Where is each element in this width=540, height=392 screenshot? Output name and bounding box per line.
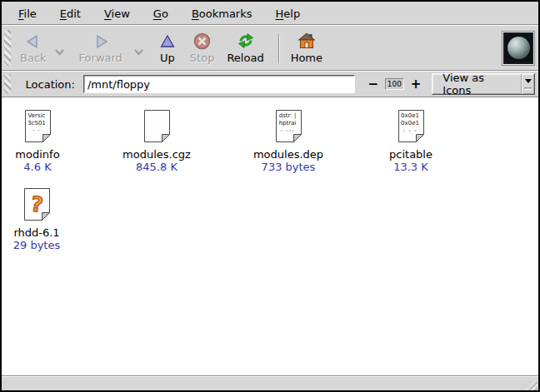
file-item-modules-cgz[interactable]: modules.cgz 845.8 K — [115, 109, 198, 173]
stop-button[interactable]: Stop — [187, 31, 218, 66]
menu-view[interactable]: View — [92, 4, 142, 22]
back-button[interactable]: Back — [17, 31, 50, 66]
throbber-sphere-icon — [508, 37, 530, 59]
menu-file[interactable]: File — [7, 4, 48, 22]
menu-go[interactable]: Go — [142, 4, 180, 22]
file-name: pcitable — [369, 148, 452, 161]
stop-label: Stop — [190, 52, 215, 64]
home-label: Home — [291, 52, 322, 64]
file-item-rhdd-6-1[interactable]: ? rhdd-6.1 29 bytes — [0, 187, 78, 251]
throbber — [503, 32, 533, 64]
toolbar-drag-handle[interactable] — [4, 30, 11, 65]
file-size: 4.6 K — [0, 161, 79, 173]
toolbar-separator — [278, 33, 280, 63]
forward-icon — [92, 32, 109, 51]
file-manager-window: { "colors": { "window_bg": "#d6d6d6", "s… — [0, 0, 540, 392]
zoom-out-button[interactable]: − — [366, 78, 380, 91]
back-label: Back — [20, 52, 47, 64]
view-mode-label: View as Icons — [432, 74, 521, 94]
back-history-chevron-icon[interactable] — [54, 46, 65, 58]
file-size: 845.8 K — [115, 161, 198, 173]
file-name: rhdd-6.1 — [0, 226, 78, 239]
zoom-level: 100 — [385, 78, 404, 90]
resize-grip[interactable] — [525, 379, 538, 391]
file-name: modules.dep — [247, 148, 330, 161]
file-size: 733 bytes — [247, 161, 330, 173]
up-label: Up — [160, 52, 175, 64]
file-size: 13.3 K — [369, 161, 452, 173]
file-item-modinfo[interactable]: Versic3c501· · modinfo 4.6 K — [0, 109, 79, 173]
menu-help[interactable]: Help — [264, 4, 312, 22]
stop-icon — [193, 32, 211, 51]
document-icon — [143, 109, 171, 143]
file-item-pcitable[interactable]: 0x0e10x0e1- - - pcitable 13.3 K — [369, 109, 452, 173]
up-button[interactable]: Up — [156, 31, 179, 66]
forward-history-chevron-icon[interactable] — [133, 46, 144, 58]
location-bar-drag-handle[interactable] — [4, 74, 11, 94]
status-bar — [2, 377, 538, 392]
reload-label: Reload — [227, 52, 263, 64]
file-name: modules.cgz — [115, 148, 198, 161]
forward-button[interactable]: Forward — [76, 31, 126, 66]
menu-edit[interactable]: Edit — [48, 4, 92, 22]
home-icon — [298, 32, 316, 51]
forward-label: Forward — [79, 52, 122, 64]
location-label: Location: — [26, 78, 75, 91]
file-name: modinfo — [0, 148, 79, 161]
location-input[interactable] — [83, 75, 355, 93]
question-mark-icon: ? — [21, 187, 52, 221]
zoom-in-button[interactable]: + — [409, 78, 423, 91]
file-icon-view: Versic3c501· · modinfo 4.6 K modules.cgz… — [2, 98, 538, 375]
location-bar: Location: − 100 + View as Icons — [2, 72, 538, 97]
file-item-modules-dep[interactable]: dstr: |hptrai- --- modules.dep 733 bytes — [247, 109, 330, 173]
view-mode-dropdown[interactable]: View as Icons — [432, 73, 535, 95]
menu-bookmarks[interactable]: Bookmarks — [180, 4, 264, 22]
back-icon — [25, 32, 42, 51]
menu-bar: File Edit View Go Bookmarks Help — [2, 2, 538, 24]
reload-button[interactable]: Reload — [223, 31, 267, 66]
reload-icon — [237, 32, 255, 51]
home-button[interactable]: Home — [288, 31, 326, 66]
toolbar: Back Forward Up Stop — [2, 26, 538, 70]
file-size: 29 bytes — [0, 239, 78, 251]
dropdown-arrow-icon — [521, 74, 534, 94]
up-icon — [159, 32, 176, 51]
